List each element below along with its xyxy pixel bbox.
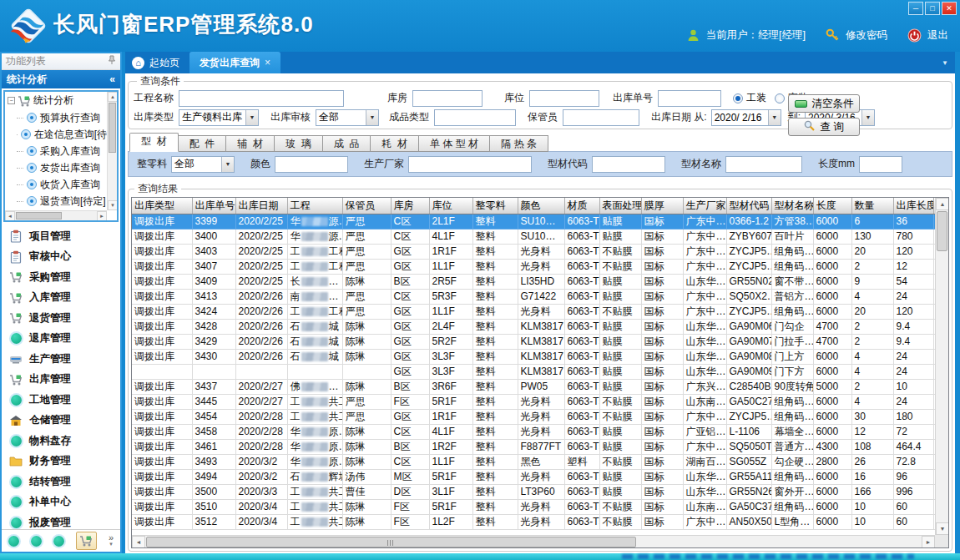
column-header[interactable]: 库位 (429, 198, 472, 214)
sidebar-item[interactable]: 工地管理 (2, 390, 120, 411)
part-select[interactable]: 全部 ▼ (171, 156, 235, 173)
clear-conditions-button[interactable]: 清空条件 (788, 94, 860, 113)
sidebar-item[interactable]: 退货管理 (2, 308, 120, 329)
scroll-up-icon[interactable]: ▲ (108, 92, 118, 102)
dropdown-arrow-icon[interactable]: ▼ (768, 110, 781, 125)
tree-vertical-scrollbar[interactable]: ▲ ▼ (107, 92, 117, 210)
material-tab[interactable]: 玻 璃 (275, 135, 323, 152)
audit-select[interactable]: 全部 ▼ (316, 109, 379, 126)
warehouse-input[interactable] (412, 90, 483, 107)
project-name-input[interactable] (179, 90, 344, 107)
sidebar-item[interactable]: 退库管理 (2, 329, 120, 350)
factory-input[interactable] (408, 156, 532, 173)
sidebar-item[interactable]: 审核中心 (2, 247, 120, 268)
tree-horizontal-scrollbar[interactable]: ◄ ► (5, 210, 107, 220)
scroll-down-icon[interactable]: ▼ (936, 522, 949, 535)
sidebar-item[interactable]: 报废管理 (2, 512, 120, 529)
sidebar-item[interactable]: 入库管理 (2, 288, 120, 309)
sidebar-item[interactable]: 采购管理 (2, 267, 120, 288)
collapse-icon[interactable]: « (109, 73, 115, 85)
table-row[interactable]: 调拨出库35122020/3/4工共工程陈琳F区1L2F整料光身料6063-T5… (132, 514, 949, 529)
close-button[interactable]: ✕ (942, 2, 957, 15)
logout-link[interactable]: 退出 (927, 28, 948, 43)
scrollbar-thumb[interactable] (146, 537, 636, 547)
toolbar-button-1[interactable] (8, 536, 19, 547)
vertical-scrollbar[interactable]: ▲ ▼ (935, 198, 948, 535)
tab-close-icon[interactable]: × (265, 57, 270, 68)
change-password-link[interactable]: 修改密码 (846, 28, 887, 43)
scroll-left-icon[interactable]: ◄ (132, 536, 145, 548)
scroll-up-icon[interactable]: ▲ (936, 198, 949, 210)
column-header[interactable]: 生产厂家 (683, 198, 726, 214)
statistics-group-button[interactable] (76, 532, 97, 550)
column-header[interactable]: 库房 (391, 198, 429, 214)
minimize-button[interactable]: ─ (908, 2, 923, 15)
location-input[interactable] (529, 90, 599, 107)
column-header[interactable]: 长度 (813, 198, 851, 214)
pin-icon[interactable] (108, 55, 116, 68)
material-tab[interactable]: 成 品 (323, 135, 371, 152)
column-header[interactable]: 表面处理 (599, 198, 641, 214)
toolbar-overflow-button[interactable]: » ▾ (109, 534, 114, 547)
material-tab[interactable]: 单 体 型 材 (419, 135, 490, 152)
order-no-input[interactable] (658, 90, 721, 107)
material-tab[interactable]: 耗 材 (371, 135, 419, 152)
table-row[interactable]: 调拨出库34612020/2/28华原…陈琳B区1R2F整料F8877FT606… (132, 439, 949, 454)
sidebar-item[interactable]: 项目管理 (2, 226, 120, 247)
column-header[interactable]: 出库日期 (235, 198, 287, 214)
profile-code-input[interactable] (592, 156, 665, 173)
table-row[interactable]: 调拨出库35102020/3/4工共工程陈琳F区5R1F整料光身料6063-T5… (132, 499, 949, 514)
table-row[interactable]: G区3L3F整料KLM38176063-T5贴膜国标山东华…GA90M09.门下… (132, 364, 949, 379)
column-header[interactable]: 型材名称 (771, 198, 813, 214)
table-row[interactable]: 调拨出库34292020/2/26石城陈琳G区5R2F整料KLM38176063… (132, 334, 949, 349)
date-from-picker[interactable]: 2020/ 2/16 ▼ (711, 109, 781, 126)
radio-industrial[interactable]: 工装 (733, 91, 766, 105)
out-type-select[interactable]: 生产领料出库 ▼ (179, 109, 259, 126)
tree-item[interactable]: 在途信息查询[待 (5, 126, 107, 143)
material-tab[interactable]: 配 件 (179, 135, 227, 152)
sidebar-item[interactable]: 财务管理 (2, 452, 120, 472)
product-type-input[interactable] (434, 109, 516, 126)
scrollbar-thumb[interactable] (109, 103, 116, 153)
column-header[interactable]: 颜色 (518, 198, 564, 214)
scrollbar-thumb[interactable] (16, 212, 62, 219)
tree-item[interactable]: 发货出库查询 (5, 159, 107, 176)
tree-item[interactable]: 退货查询[待定] (5, 193, 107, 209)
tab-list-dropdown-icon[interactable]: ▼ (942, 52, 955, 73)
dropdown-arrow-icon[interactable]: ▼ (366, 110, 378, 125)
sidebar-item[interactable]: 出库管理 (2, 370, 120, 391)
table-row[interactable]: 调拨出库34582020/2/28华原…陈琳C区4L1F整料光身料6063-T5… (132, 424, 949, 439)
table-row[interactable]: 调拨出库34242020/2/26工工程严思G区1L1F整料光身料6063-T5… (132, 304, 949, 319)
tree-item[interactable]: 采购入库查询 (5, 143, 107, 159)
column-header[interactable]: 工程 (287, 198, 342, 214)
tree-item[interactable]: 预算执行查询 (5, 109, 107, 126)
scroll-down-icon[interactable]: ▼ (108, 200, 118, 210)
dropdown-arrow-icon[interactable]: ▼ (245, 110, 258, 125)
length-input[interactable] (859, 156, 902, 173)
table-row[interactable]: 调拨出库34942020/3/2石辉城汤伟M区5R1F整料光身料6063-T5贴… (132, 469, 949, 484)
column-header[interactable]: 型材代码 (726, 198, 771, 214)
sidebar-item[interactable]: 物料盘存 (2, 431, 120, 452)
color-input[interactable] (275, 156, 348, 173)
sidebar-item[interactable]: 补单中心 (2, 492, 120, 513)
maximize-button[interactable]: □ (925, 2, 940, 15)
column-header[interactable]: 膜厚 (641, 198, 683, 214)
column-header[interactable]: 材质 (564, 198, 599, 214)
tab-shipping-outbound-query[interactable]: 发货出库查询 × (189, 52, 280, 73)
horizontal-scrollbar[interactable]: ◄ ► (132, 535, 935, 547)
material-tab[interactable]: 辅 材 (226, 135, 275, 152)
table-row[interactable]: 调拨出库34072020/2/25工工程严思G区1L1F整料光身料6063-T5… (132, 259, 949, 274)
column-header[interactable]: 整零料 (472, 198, 518, 214)
dropdown-arrow-icon[interactable]: ▼ (861, 110, 874, 125)
column-header[interactable]: 保管员 (342, 198, 391, 214)
keeper-input[interactable] (563, 109, 639, 126)
sidebar-item[interactable]: 仓储管理 (2, 411, 120, 431)
scroll-right-icon[interactable]: ► (922, 536, 935, 548)
table-row[interactable]: 调拨出库34132020/2/26南…严思C区5R3F整料G714226063-… (132, 289, 949, 304)
table-row[interactable]: 调拨出库34372020/2/27佛…陈琳B区3R6F整料PW056063-T5… (132, 379, 949, 394)
table-row[interactable]: 调拨出库34452020/2/27工共工程严思F区5R1F整料光身料6063-T… (132, 394, 949, 409)
table-row[interactable]: 调拨出库34032020/2/25工工程严思G区1R1F整料光身料6063-T5… (132, 244, 949, 259)
sidebar-item[interactable]: 结转管理 (2, 472, 120, 492)
material-tab[interactable]: 型 材 (129, 133, 179, 152)
table-row[interactable]: 调拨出库34092020/2/25长…陈琳B区2R5F整料LI35HD6063-… (132, 274, 949, 289)
